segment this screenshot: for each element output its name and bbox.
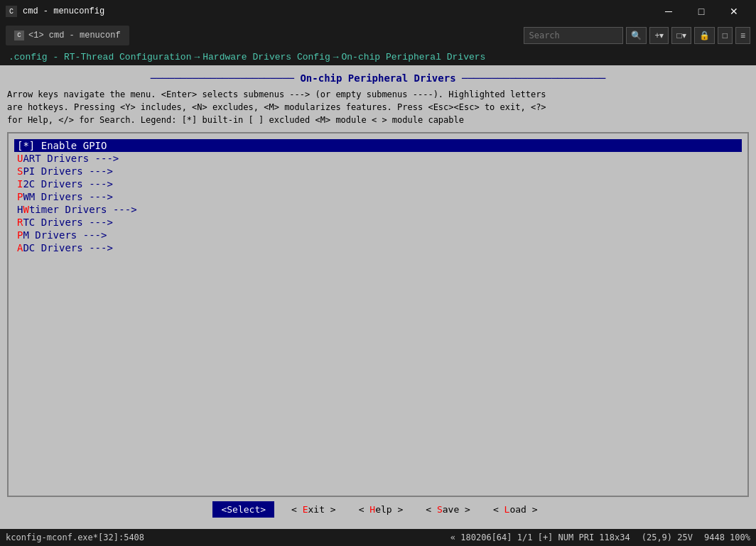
maximize-button[interactable]: □	[685, 0, 718, 23]
menu-item-text: HWtimer Drivers --->	[17, 204, 137, 215]
menu-item-text: ADC Drivers --->	[17, 242, 113, 253]
help-hotkey: H	[369, 504, 375, 515]
breadcrumb-part1: .config - RT-Thread Configuration	[9, 52, 191, 62]
menu-item-text: PM Drivers --->	[17, 229, 107, 241]
window-button[interactable]: □▾	[671, 27, 691, 44]
load-button[interactable]: < Load >	[487, 501, 544, 518]
hotkey-a: A	[17, 242, 23, 253]
save-hotkey: S	[437, 504, 443, 515]
menu-item-i2c[interactable]: I2C Drivers --->	[14, 178, 742, 190]
hotkey-w: W	[23, 204, 28, 215]
breadcrumb-arrow2: →	[333, 52, 339, 62]
menu-item-hwtimer[interactable]: HWtimer Drivers --->	[14, 203, 742, 216]
status-info3: 9448 100%	[704, 533, 750, 542]
breadcrumb-part3: On-chip Peripheral Drivers	[342, 52, 486, 62]
search-area: 🔍 +▾ □▾ 🔒 □ ≡	[524, 27, 750, 44]
window-controls: ─ □ ✕	[652, 0, 750, 23]
tab-cmd-menuconf[interactable]: C <1> cmd - menuconf	[6, 26, 129, 45]
title-bar: C cmd - menuconfig ─ □ ✕	[0, 0, 756, 23]
add-button[interactable]: +▾	[649, 27, 669, 44]
close-button[interactable]: ✕	[718, 0, 750, 23]
select-button[interactable]: <Select>	[212, 501, 274, 518]
menu-item-enable-gpio[interactable]: [*] Enable GPIO	[14, 139, 742, 152]
status-info1: « 180206[64] 1/1 [+] NUM PRI 118x34	[450, 533, 630, 542]
menu-item-text: UART Drivers --->	[17, 153, 119, 164]
minimize-button[interactable]: ─	[652, 0, 685, 23]
hotkey-i: I	[17, 178, 23, 190]
main-content: ──────────────────────── On-chip Periphe…	[0, 65, 756, 529]
hotkey-r: R	[17, 217, 23, 228]
save-button[interactable]: < Save >	[420, 501, 476, 518]
menu-item-adc[interactable]: ADC Drivers --->	[14, 241, 742, 254]
status-info2: (25,9) 25V	[642, 533, 693, 542]
status-bar: kconfig-mconf.exe*[32]:5408 « 180206[64]…	[0, 529, 756, 546]
breadcrumb: .config - RT-Thread Configuration → Hard…	[0, 48, 756, 65]
breadcrumb-arrow1: →	[194, 52, 200, 62]
status-info: « 180206[64] 1/1 [+] NUM PRI 118x34 (25,…	[450, 533, 750, 542]
help-line-1: Arrow keys navigate the menu. <Enter> se…	[7, 88, 749, 101]
bottom-button-bar: <Select> < Exit > < Help > < Save > < Lo…	[7, 497, 749, 522]
tab-icon: C	[14, 31, 24, 40]
search-input[interactable]	[524, 27, 623, 44]
status-process: kconfig-mconf.exe*[32]:5408	[6, 533, 144, 542]
menu-item-spi[interactable]: SPI Drivers --->	[14, 165, 742, 178]
menu-button[interactable]: ≡	[735, 27, 750, 44]
hotkey-pm: P	[17, 229, 23, 241]
help-line-2: are hotkeys. Pressing <Y> includes, <N> …	[7, 101, 749, 114]
menu-item-text: [*] Enable GPIO	[17, 140, 107, 151]
help-text: Arrow keys navigate the menu. <Enter> se…	[7, 88, 749, 126]
help-line-3: for Help, </> for Search. Legend: [*] bu…	[7, 114, 749, 126]
help-button[interactable]: < Help >	[353, 501, 409, 518]
exit-button[interactable]: < Exit >	[286, 501, 342, 518]
layout-button[interactable]: □	[718, 27, 733, 44]
hotkey-p: P	[17, 191, 23, 202]
menu-item-text: I2C Drivers --->	[17, 178, 113, 190]
menu-item-text: RTC Drivers --->	[17, 217, 113, 228]
search-button[interactable]: 🔍	[626, 27, 647, 44]
exit-hotkey: E	[303, 504, 308, 515]
menu-item-pwm[interactable]: PWM Drivers --->	[14, 190, 742, 203]
hotkey-s: S	[17, 165, 23, 177]
title-bar-text: cmd - menuconfig	[23, 6, 647, 16]
menu-item-uart[interactable]: UART Drivers --->	[14, 152, 742, 165]
lock-button[interactable]: 🔒	[694, 27, 715, 44]
tab-label: <1> cmd - menuconf	[28, 31, 121, 40]
app-icon: C	[6, 6, 17, 17]
menu-item-rtc[interactable]: RTC Drivers --->	[14, 216, 742, 229]
menu-item-text: PWM Drivers --->	[17, 191, 113, 202]
menu-item-text: SPI Drivers --->	[17, 165, 113, 177]
breadcrumb-part2: Hardware Drivers Config	[202, 52, 330, 62]
tab-bar: C <1> cmd - menuconf 🔍 +▾ □▾ 🔒 □ ≡	[0, 23, 756, 48]
menu-item-pm[interactable]: PM Drivers --->	[14, 229, 742, 241]
load-hotkey: L	[504, 504, 510, 515]
hotkey-u: U	[17, 153, 23, 164]
menu-box: [*] Enable GPIO UART Drivers ---> SPI Dr…	[7, 132, 749, 497]
panel-title: ──────────────────────── On-chip Periphe…	[7, 72, 749, 84]
